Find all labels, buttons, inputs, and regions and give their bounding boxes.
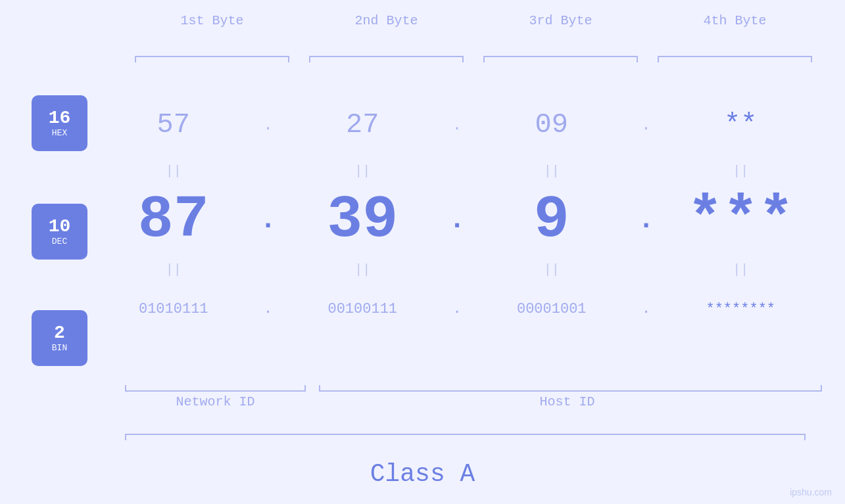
bracket-top-3	[473, 49, 648, 62]
hex-b4: **	[660, 109, 823, 141]
dot-bin-1: .	[255, 301, 281, 317]
bracket-top-4	[648, 49, 822, 62]
dot-hex-2: .	[444, 116, 470, 134]
bracket-network	[125, 378, 306, 392]
pipe-3: ||	[470, 164, 633, 179]
bin-row: 01010111 . 00100111 . 00001001 . *******…	[92, 283, 822, 335]
badge-hex-num: 16	[49, 108, 71, 129]
bin-b2: 00100111	[281, 301, 445, 317]
pipe-5: ||	[92, 262, 255, 277]
column-headers: 1st Byte 2nd Byte 3rd Byte 4th Byte	[125, 13, 822, 28]
hex-b3: 09	[470, 109, 633, 141]
col-header-1: 1st Byte	[125, 13, 299, 28]
dot-dec-1: .	[255, 204, 281, 236]
bin-b1: 01010111	[92, 301, 255, 317]
bracket-top-1	[125, 49, 299, 62]
dec-b2: 39	[281, 191, 445, 250]
sep-row-2: || || || ||	[92, 256, 822, 283]
data-grid: 57 . 27 . 09 . ** || || || ||	[92, 66, 822, 335]
pipe-2: ||	[281, 164, 445, 179]
dec-b1: 87	[92, 191, 255, 250]
dot-dec-2: .	[444, 204, 470, 236]
dot-dec-3: .	[633, 204, 660, 236]
dec-b4: ***	[660, 191, 823, 250]
main-container: 1st Byte 2nd Byte 3rd Byte 4th Byte 16 H…	[0, 0, 845, 504]
watermark: ipshu.com	[790, 487, 832, 497]
pipe-4: ||	[660, 164, 823, 179]
dot-bin-2: .	[444, 301, 470, 317]
bottom-brackets	[125, 378, 822, 392]
bin-b3: 00001001	[470, 301, 633, 317]
badge-hex: 16 HEX	[32, 95, 87, 151]
pipe-8: ||	[660, 262, 823, 277]
hex-b1: 57	[92, 109, 255, 141]
host-id-label: Host ID	[312, 394, 822, 409]
badge-bin-num: 2	[54, 323, 65, 344]
bin-b4: ********	[660, 301, 823, 317]
dot-hex-3: .	[633, 116, 660, 134]
sep-row-1: || || || ||	[92, 158, 822, 184]
col-header-3: 3rd Byte	[473, 13, 648, 28]
col-header-4: 4th Byte	[648, 13, 822, 28]
badge-hex-lbl: HEX	[52, 128, 67, 138]
dec-row: 87 . 39 . 9 . ***	[92, 184, 822, 256]
pipe-7: ||	[470, 262, 633, 277]
bracket-top-2	[299, 49, 473, 62]
col-header-2: 2nd Byte	[299, 13, 473, 28]
badge-bin: 2 BIN	[32, 310, 87, 366]
hex-b2: 27	[281, 109, 445, 141]
pipe-1: ||	[92, 164, 255, 179]
bracket-labels: Network ID Host ID	[125, 394, 822, 409]
badge-bin-lbl: BIN	[52, 343, 67, 353]
dot-hex-1: .	[255, 116, 281, 134]
pipe-6: ||	[281, 262, 445, 277]
dec-b3: 9	[470, 191, 633, 250]
hex-row: 57 . 27 . 09 . **	[92, 92, 822, 158]
network-id-label: Network ID	[125, 394, 306, 409]
badge-dec: 10 DEC	[32, 204, 87, 260]
class-label: Class A	[0, 460, 845, 488]
badge-dec-lbl: DEC	[52, 237, 67, 246]
top-brackets	[125, 49, 822, 62]
class-bracket	[125, 434, 806, 435]
badge-dec-num: 10	[49, 217, 71, 237]
dot-bin-3: .	[633, 301, 660, 317]
bracket-host	[319, 378, 822, 392]
